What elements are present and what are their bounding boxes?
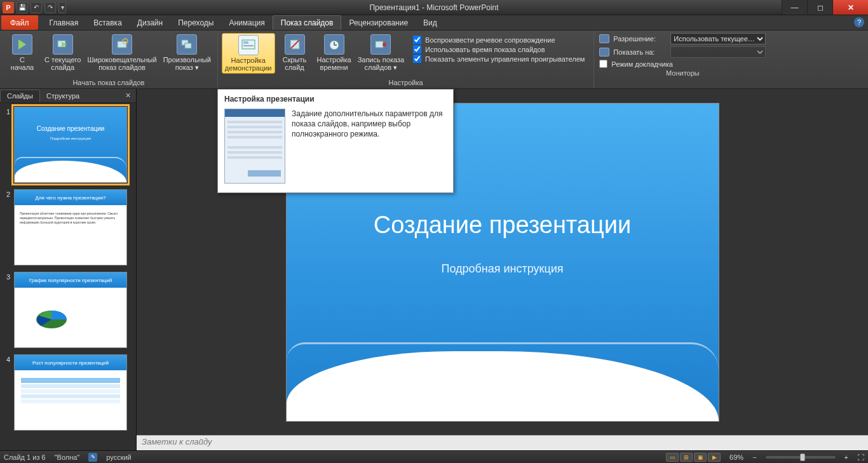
record-icon [370, 34, 391, 55]
view-mode-buttons: ▭ ⊞ ▣ ▶ [666, 453, 721, 462]
close-button[interactable]: ✕ [832, 0, 868, 15]
slide-title[interactable]: Создание презентации [287, 211, 719, 239]
slide-subtitle[interactable]: Подробная инструкция [287, 262, 719, 276]
group-start-label: Начать показ слайдов [0, 77, 217, 88]
qat-redo-icon[interactable]: ↷ [44, 2, 56, 13]
title-bar: P 💾 ↶ ↷ ▾ Презентация1 - Microsoft Power… [0, 0, 868, 15]
thumb-panel-tabs: Слайды Структура ✕ [0, 89, 136, 103]
broadcast-icon [112, 34, 132, 55]
thumb-subtitle: Подробная инструкция [15, 137, 126, 140]
maximize-button[interactable]: ◻ [807, 0, 832, 15]
zoom-out-button[interactable]: − [752, 453, 756, 461]
thumb-tab-outline[interactable]: Структура [40, 90, 86, 102]
resolution-select[interactable]: Использовать текущее… [670, 33, 766, 44]
view-reading-button[interactable]: ▣ [694, 453, 707, 462]
thumb-number: 2 [3, 189, 10, 265]
slide-thumbnail-4[interactable]: Рост популярности презентаций [14, 354, 127, 431]
hide-slide-icon [285, 34, 305, 55]
thumb-panel-close-icon[interactable]: ✕ [120, 91, 136, 100]
thumb-title: Для чего нужна презентация? [15, 190, 126, 205]
ribbon-group-setup: Настройка демонстрации Скрыть слайд Наст… [218, 30, 595, 88]
svg-rect-15 [376, 41, 383, 48]
custom-show-button[interactable]: Произвольный показ ▾ [161, 33, 214, 72]
broadcast-button[interactable]: Широковещательный показ слайдов [85, 33, 159, 72]
chk-media-box[interactable] [413, 55, 421, 63]
play-from-current-icon [53, 34, 73, 55]
status-bar: Слайд 1 из 6 "Волна" ✎ русский ▭ ⊞ ▣ ▶ 6… [0, 450, 868, 463]
thumb-body-lines: Презентация облегчает понимание идеи при… [20, 211, 121, 225]
tab-transitions[interactable]: Переходы [170, 15, 221, 30]
tab-file[interactable]: Файл [1, 15, 38, 30]
from-current-button[interactable]: С текущего слайда [42, 33, 83, 72]
record-show-button[interactable]: Запись показа слайдов ▾ [355, 33, 407, 72]
zoom-slider[interactable] [766, 456, 836, 459]
view-slideshow-button[interactable]: ▶ [708, 453, 721, 462]
pie-chart-icon [34, 302, 72, 332]
app-logo-icon[interactable]: P [3, 2, 14, 13]
chk-narration-box[interactable] [413, 36, 421, 44]
minimize-button[interactable]: — [782, 0, 807, 15]
slide-thumbnail-2[interactable]: Для чего нужна презентация? Презентация … [14, 189, 127, 265]
show-on-select[interactable] [670, 46, 766, 58]
svg-point-16 [383, 43, 386, 46]
tab-home[interactable]: Главная [42, 15, 86, 30]
help-icon[interactable]: ? [854, 17, 864, 27]
monitor2-icon [599, 48, 609, 57]
tab-animations[interactable]: Анимация [221, 15, 272, 30]
fit-to-window-button[interactable]: ⛶ [857, 453, 864, 461]
thumb-title: График популярности презентаций [15, 272, 126, 288]
qat-undo-icon[interactable]: ↶ [31, 2, 42, 13]
presenter-view-label: Режим докладчика [611, 60, 672, 68]
chk-timings-label: Использовать время показа слайдов [425, 46, 545, 53]
thumb-row-2: 2 Для чего нужна презентация? Презентаци… [3, 189, 133, 265]
record-label: Запись показа слайдов ▾ [358, 56, 404, 71]
ribbon-group-start: С начала С текущего слайда Широковещател… [0, 30, 218, 88]
view-normal-button[interactable]: ▭ [666, 453, 679, 462]
zoom-in-button[interactable]: + [844, 453, 848, 461]
thumb-number: 3 [3, 272, 10, 348]
chk-media-controls[interactable]: Показать элементы управления проигрывате… [413, 55, 585, 63]
slide-thumbnail-1[interactable]: Создание презентации Подробная инструкци… [14, 107, 127, 183]
notes-pane[interactable]: Заметки к слайду [137, 435, 868, 450]
chk-timings[interactable]: Использовать время показа слайдов [413, 45, 585, 53]
thumbnails-list[interactable]: 1 Создание презентации Подробная инструк… [0, 103, 136, 450]
tab-view[interactable]: Вид [416, 15, 445, 30]
zoom-percent[interactable]: 69% [729, 453, 743, 461]
svg-rect-6 [185, 43, 191, 48]
resolution-row: Разрешение: Использовать текущее… [599, 33, 766, 44]
tab-slideshow[interactable]: Показ слайдов [273, 15, 342, 30]
view-sorter-button[interactable]: ⊞ [680, 453, 693, 462]
chk-media-label: Показать элементы управления проигрывате… [425, 55, 585, 63]
ribbon-group-monitors: Разрешение: Использовать текущее… Показа… [594, 30, 771, 88]
thumb-row-4: 4 Рост популярности презентаций [3, 354, 133, 431]
tab-design[interactable]: Дизайн [130, 15, 170, 30]
language-icon[interactable]: ✎ [88, 453, 97, 462]
thumb-tab-slides[interactable]: Слайды [0, 90, 40, 102]
group-setup-label: Настройка [218, 77, 594, 88]
status-language[interactable]: русский [106, 453, 131, 461]
show-on-row: Показать на: [599, 46, 766, 58]
chk-timings-box[interactable] [413, 45, 421, 53]
svg-rect-3 [118, 41, 126, 48]
chk-narration[interactable]: Воспроизвести речевое сопровождение [413, 36, 585, 44]
qat-customize-dropdown[interactable]: ▾ [58, 2, 66, 13]
ribbon: С начала С текущего слайда Широковещател… [0, 30, 868, 89]
play-from-start-icon [12, 34, 32, 55]
from-beginning-button[interactable]: С начала [4, 33, 41, 72]
slide-thumbnail-3[interactable]: График популярности презентаций [14, 272, 127, 348]
svg-rect-9 [243, 45, 254, 46]
qat-save-icon[interactable]: 💾 [17, 2, 28, 13]
presenter-view-check[interactable]: Режим докладчика [599, 60, 766, 68]
hide-slide-button[interactable]: Скрыть слайд [276, 33, 313, 72]
presenter-view-box[interactable] [599, 60, 607, 68]
clock-icon [324, 34, 344, 55]
setup-show-label: Настройка демонстрации [225, 57, 272, 72]
rehearse-timings-button[interactable]: Настройка времени [315, 33, 354, 72]
rehearse-label: Настройка времени [317, 56, 351, 71]
status-slide-position: Слайд 1 из 6 [4, 453, 46, 461]
ribbon-tabs: Файл Главная Вставка Дизайн Переходы Ани… [0, 15, 868, 30]
tab-insert[interactable]: Вставка [86, 15, 130, 30]
from-current-label: С текущего слайда [44, 56, 81, 71]
tab-review[interactable]: Рецензирование [341, 15, 416, 30]
setup-show-button[interactable]: Настройка демонстрации [222, 33, 275, 74]
